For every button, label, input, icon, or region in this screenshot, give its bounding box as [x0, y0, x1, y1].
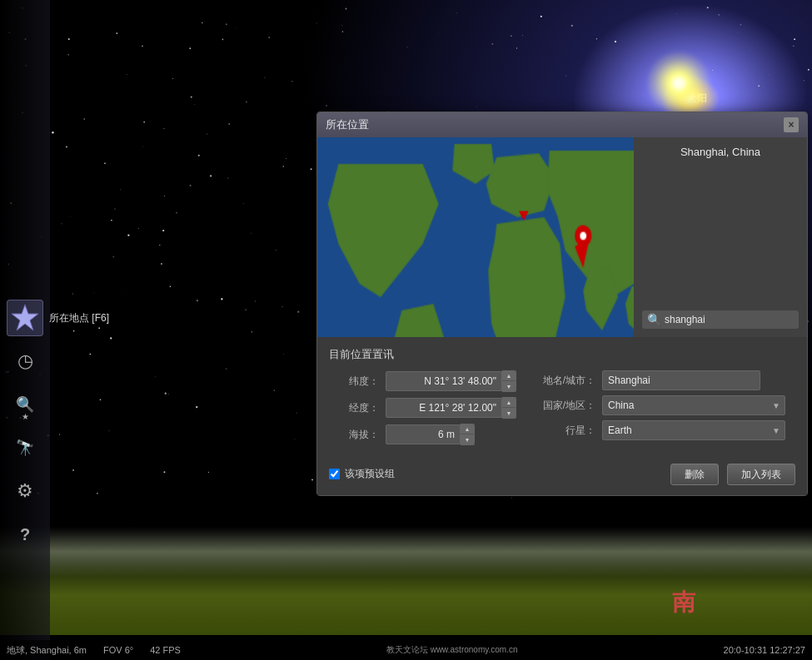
latitude-label: 纬度：: [329, 375, 379, 389]
fog: [0, 527, 812, 577]
form-columns: 纬度： ▲ ▼ 经度： ▲: [329, 370, 795, 450]
longitude-label: 经度：: [329, 401, 379, 415]
sidebar-item-help[interactable]: ?: [7, 516, 43, 553]
action-buttons: 删除 加入列表: [670, 464, 795, 485]
city-label: 地名/城市：: [537, 374, 595, 388]
map-info-panel: Shanghai, China 🔍: [634, 137, 807, 337]
planet-select-wrapper: Earth ▼: [602, 420, 785, 440]
south-direction-label: 南: [672, 587, 695, 618]
altitude-down-button[interactable]: ▼: [461, 434, 474, 444]
sidebar-item-settings[interactable]: ⚙: [7, 473, 43, 509]
telescope-icon: 🔭: [16, 439, 34, 457]
time-icon: ◷: [17, 350, 33, 372]
location-star-icon: [10, 303, 40, 333]
country-select[interactable]: China: [602, 395, 785, 415]
dialog-titlebar: 所在位置 ×: [317, 112, 807, 137]
form-section: 目前位置置讯 纬度： ▲ ▼ 经度：: [317, 337, 807, 495]
form-left-column: 纬度： ▲ ▼ 经度： ▲: [329, 370, 529, 450]
location-pin: ▼: [516, 206, 532, 225]
planet-select[interactable]: Earth: [602, 420, 785, 440]
city-row: 地名/城市：: [537, 370, 795, 390]
search-input[interactable]: [665, 314, 794, 325]
sidebar: 所在地点 [F6] ◷ 🔍 ★ 🔭 ⚙ ?: [0, 0, 50, 660]
sidebar-item-time[interactable]: ◷: [7, 343, 43, 380]
use-current-location-label: 该项预设组: [345, 467, 395, 481]
altitude-label: 海拔：: [329, 428, 379, 442]
statusbar-location: 地球, Shanghai, 6m: [7, 644, 87, 657]
search-box[interactable]: 🔍: [642, 310, 799, 329]
planet-label: 行星：: [537, 424, 595, 438]
sun-glow: [645, 50, 712, 117]
latitude-input-group: ▲ ▼: [386, 370, 516, 392]
longitude-spinner: ▲ ▼: [502, 397, 516, 419]
latitude-up-button[interactable]: ▲: [502, 371, 516, 381]
sun-label: 太阳: [687, 92, 707, 106]
statusbar-fps: 42 FPS: [150, 645, 181, 655]
latitude-down-button[interactable]: ▼: [502, 381, 516, 391]
location-dialog: 所在位置 × ▼ Shanghai, China 🔍 目前位置置讯 纬度：: [316, 112, 808, 496]
city-input[interactable]: [602, 370, 760, 390]
longitude-row: 经度： ▲ ▼: [329, 397, 529, 419]
dialog-close-button[interactable]: ×: [784, 117, 799, 132]
altitude-up-button[interactable]: ▲: [461, 424, 474, 434]
longitude-up-button[interactable]: ▲: [502, 398, 516, 408]
longitude-input[interactable]: [386, 398, 502, 418]
world-map-canvas[interactable]: [317, 137, 634, 337]
longitude-input-group: ▲ ▼: [386, 397, 516, 419]
use-current-location-checkbox[interactable]: [329, 469, 340, 479]
statusbar-website: 教天文论坛 www.astronomy.com.cn: [197, 644, 707, 656]
latitude-row: 纬度： ▲ ▼: [329, 370, 529, 392]
statusbar-fov: FOV 6°: [103, 645, 133, 655]
country-row: 国家/地区： China ▼: [537, 395, 795, 415]
planet-row: 行星： Earth ▼: [537, 420, 795, 440]
altitude-row: 海拔： ▲ ▼: [329, 424, 529, 445]
country-label: 国家/地区：: [537, 399, 595, 413]
sidebar-item-location[interactable]: 所在地点 [F6]: [7, 300, 43, 336]
altitude-input[interactable]: [386, 424, 461, 444]
search-icon: 🔍: [647, 313, 661, 326]
form-right-column: 地名/城市： 国家/地区： China ▼ 行星：: [537, 370, 795, 450]
latitude-spinner: ▲ ▼: [502, 370, 516, 392]
country-select-wrapper: China ▼: [602, 395, 785, 415]
altitude-spinner: ▲ ▼: [461, 424, 475, 445]
location-display-name: Shanghai, China: [642, 146, 799, 158]
sidebar-item-telescope[interactable]: 🔭: [7, 429, 43, 466]
delete-button[interactable]: 删除: [670, 464, 719, 485]
altitude-input-group: ▲ ▼: [386, 424, 475, 445]
settings-icon: ⚙: [17, 480, 33, 502]
dialog-title: 所在位置: [326, 117, 369, 132]
latitude-input[interactable]: [386, 371, 502, 391]
world-map[interactable]: ▼: [317, 137, 634, 337]
help-icon: ?: [20, 525, 30, 544]
longitude-down-button[interactable]: ▼: [502, 408, 516, 418]
star-small-icon: ★: [22, 412, 29, 421]
use-current-location-row: 该项预设组: [329, 467, 395, 481]
bottom-row: 该项预设组 删除 加入列表: [329, 455, 795, 485]
add-to-list-button[interactable]: 加入列表: [727, 464, 795, 485]
svg-marker-0: [12, 305, 38, 330]
search-objects-icon: 🔍: [16, 395, 34, 414]
statusbar: 地球, Shanghai, 6m FOV 6° 42 FPS 教天文论坛 www…: [0, 640, 812, 660]
form-title: 目前位置置讯: [329, 347, 795, 362]
sidebar-item-search[interactable]: 🔍 ★: [7, 386, 43, 423]
statusbar-datetime: 20:0-10:31 12:27:27: [724, 645, 805, 655]
map-section: ▼ Shanghai, China 🔍: [317, 137, 807, 337]
